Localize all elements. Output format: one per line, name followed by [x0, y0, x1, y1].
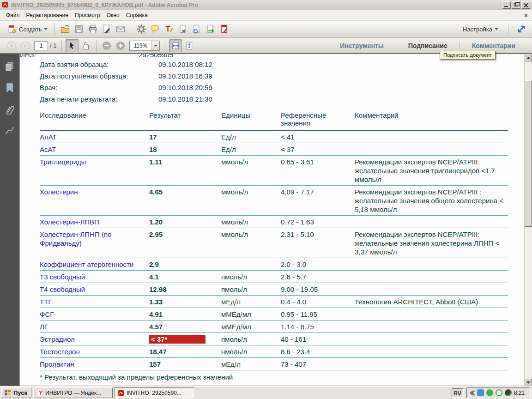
customize-button[interactable]: Настройка [459, 23, 502, 36]
select-tool-button[interactable] [66, 39, 79, 52]
menu-item[interactable]: Окно [103, 11, 123, 20]
save-button[interactable] [73, 23, 85, 36]
cell-units: мЕд/л [221, 296, 281, 308]
delete-pages-button[interactable] [176, 23, 189, 36]
hand-tool-button[interactable] [79, 39, 92, 52]
table-row: Холестерин-ЛПНП (по Фридвальду)2.95ммоль… [40, 228, 508, 258]
zoom-out-button[interactable] [100, 39, 113, 52]
cell-test-name: Триглицериды [40, 156, 149, 186]
edit-document-button[interactable] [218, 23, 231, 36]
column-header-comment: Комментарий [355, 110, 508, 130]
start-button[interactable]: Пуск [1, 387, 31, 398]
table-row: Триглицериды1.11ммоль/л0.65 - 3.61Рекоме… [40, 156, 508, 186]
taskbar-task-button[interactable]: ИНВИТРО — Яндек... [33, 387, 113, 398]
page-number-input[interactable] [34, 41, 48, 50]
restore-button[interactable] [512, 1, 520, 9]
panel-tab[interactable]: Инструменты [328, 38, 396, 53]
cell-units: мЕд/л [221, 358, 281, 370]
cell-reference: 2.31 - 5.10 [281, 228, 355, 258]
collapse-tray-icon[interactable] [471, 391, 475, 395]
vertical-scrollbar[interactable] [524, 54, 532, 386]
cell-reference: 40 - 161 [281, 333, 355, 345]
bookmarks-panel-button[interactable] [4, 82, 16, 94]
cell-units: пмоль/л [221, 271, 281, 283]
info-value: 09.10.2018 21:30 [158, 95, 212, 103]
toolbar-separator [96, 40, 97, 52]
menu-item[interactable]: Файл [3, 11, 23, 20]
close-button[interactable] [521, 1, 530, 9]
settings-button[interactable] [135, 23, 148, 36]
pages-panel-button[interactable] [4, 60, 16, 73]
content-area: ИНЗ: 292505905 Дата взятия образца:09.10… [0, 54, 532, 386]
language-indicator[interactable]: RU [452, 388, 464, 398]
cell-result: 4.57 [149, 320, 221, 333]
table-row: ТТГ1.33мЕд/л0.4 - 4.0Технология ARCHITEC… [40, 296, 508, 308]
pages-panel-icon [4, 61, 15, 72]
cell-reference: 0.95 - 11.95 [281, 308, 355, 320]
fit-page-button[interactable] [183, 39, 196, 52]
expand-icon [516, 24, 526, 34]
email-button[interactable] [114, 23, 127, 36]
sign-document-button[interactable] [100, 23, 113, 36]
scroll-up-button[interactable] [525, 54, 532, 61]
open-button[interactable] [59, 23, 72, 36]
menu-bar: ФайлРедактированиеПросмотрОкноСправка [0, 10, 532, 21]
header-row: Исследование Результат Единицы Референсн… [40, 110, 508, 130]
info-label: Врач: [40, 84, 158, 91]
cell-result: 1.33 [149, 296, 221, 308]
tray-icon-blue-app[interactable] [477, 389, 484, 396]
next-page-button[interactable] [19, 39, 32, 52]
zoom-combo[interactable]: 119% [129, 41, 160, 51]
cell-units [221, 258, 281, 271]
attach-link-button[interactable] [190, 23, 203, 36]
zoom-dropdown-button[interactable] [151, 41, 159, 50]
signatures-panel-button[interactable] [4, 124, 16, 136]
minimize-button[interactable] [502, 1, 511, 9]
cell-comment: Рекомендации экспертов NCEP/ATPIII : жел… [355, 186, 508, 216]
fit-width-button[interactable] [169, 39, 182, 52]
cell-test-name: Пролактин [40, 358, 149, 370]
results-table: Исследование Результат Единицы Референсн… [40, 110, 508, 370]
cell-comment [355, 258, 508, 271]
previous-page-button[interactable] [5, 39, 18, 52]
table-row: ФСГ4.91мМЕд/мл0.95 - 11.95 [40, 308, 508, 320]
toolbar-separator [54, 23, 55, 35]
menu-item[interactable]: Просмотр [72, 11, 103, 20]
main-toolbar: Создать Настройка [0, 21, 532, 38]
menu-item[interactable]: Справка [123, 11, 151, 20]
cell-units: нмоль/л [221, 345, 281, 358]
print-button[interactable] [86, 23, 99, 36]
comment-button[interactable] [149, 23, 162, 36]
info-value: 292505905 [139, 54, 173, 59]
cell-units: пмоль/л [221, 283, 281, 296]
taskbar-task-button[interactable]: INVITRO_29250590... [115, 387, 194, 398]
info-label: ИНЗ: [20, 54, 139, 59]
next-page-icon [21, 41, 30, 50]
fullscreen-button[interactable] [515, 23, 528, 36]
create-button[interactable]: Создать [4, 23, 51, 36]
close-icon [524, 14, 528, 18]
cell-result: 4.65 [149, 186, 221, 216]
tray-icon-green-app[interactable] [486, 389, 493, 396]
cell-comment: Рекомендации экспертов NCEP/ATPIII: жела… [355, 228, 508, 258]
pdf-page[interactable]: ИНЗ: 292505905 Дата взятия образца:09.10… [19, 54, 524, 386]
export-button[interactable] [204, 23, 217, 36]
text-annotation-button[interactable] [163, 23, 175, 36]
cell-test-name: Т4 свободный [40, 283, 149, 296]
menu-item[interactable]: Редактирование [23, 11, 72, 20]
cell-units: ммоль/л [221, 156, 281, 186]
zoom-in-button[interactable] [114, 39, 127, 52]
toolbar-separator [508, 23, 508, 35]
cell-test-name: ТТГ [40, 296, 149, 308]
close-document-button[interactable] [522, 12, 529, 18]
clock[interactable]: 8:21 [514, 390, 526, 396]
scrollbar-thumb[interactable] [525, 80, 532, 227]
scroll-down-button[interactable] [525, 379, 532, 386]
tray-icon-ring-app[interactable] [496, 389, 502, 396]
cell-result: 4.91 [149, 308, 221, 320]
tray-icon-dark-app[interactable] [505, 389, 512, 396]
attachments-panel-button[interactable] [4, 103, 16, 115]
acrobat-pdf-icon [2, 1, 9, 8]
scroll-down-icon [526, 381, 530, 384]
cell-reference: 4.09 - 7.17 [281, 186, 355, 216]
